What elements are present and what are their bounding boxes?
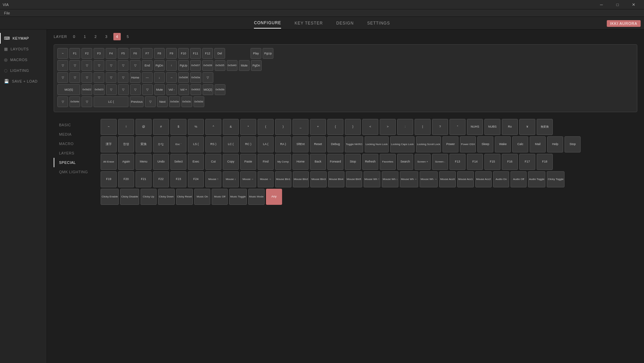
key-mo2[interactable]: MO(2): [203, 84, 213, 95]
skey-gt[interactable]: >: [380, 119, 396, 135]
skey-mouse-wh-down[interactable]: Mouse Wh ↓: [382, 171, 398, 187]
skey-clicky-up[interactable]: Clicky Up: [141, 189, 157, 205]
key-5d22[interactable]: 0x5d22: [82, 84, 92, 95]
key-r3-2[interactable]: ▽: [69, 72, 80, 83]
skey-sftent[interactable]: SftEnt: [292, 136, 309, 152]
key-play[interactable]: Play: [251, 48, 261, 59]
skey-quote[interactable]: ": [449, 119, 466, 135]
key-r3-5[interactable]: ▽: [106, 72, 116, 83]
skey-any[interactable]: Any: [266, 189, 282, 205]
skey-lt[interactable]: <: [362, 119, 378, 135]
key-r5-tri[interactable]: ▽: [57, 96, 68, 107]
skey-alt-erase[interactable]: Alt Erase: [101, 154, 117, 170]
key-r2-5[interactable]: ▽: [106, 60, 116, 71]
skey-clicky-toggle[interactable]: Clicky Toggle: [547, 171, 565, 187]
skey-forward[interactable]: Forward: [327, 154, 343, 170]
key-5d3d[interactable]: 0x5d3d: [194, 96, 204, 107]
layer-4[interactable]: 4: [113, 33, 121, 40]
key-r2-2[interactable]: ▽: [69, 60, 80, 71]
skey-calc[interactable]: Calc: [512, 136, 528, 152]
key-up[interactable]: ↑: [166, 60, 177, 71]
cat-basic[interactable]: BASIC: [54, 120, 101, 130]
key-pgdn-2[interactable]: PgDn: [251, 60, 262, 71]
skey-clicky-disable[interactable]: Clicky Disable: [120, 189, 139, 205]
key-f9[interactable]: F9: [166, 48, 177, 59]
sidebar-item-save[interactable]: 💾 SAVE + LOAD: [0, 76, 47, 87]
skey-mouse-wh-right[interactable]: Mouse Wh →: [420, 171, 438, 187]
key-r4-tri2[interactable]: ▽: [118, 84, 129, 95]
skey-audio-toggle[interactable]: Audio Toggle: [528, 171, 545, 187]
skey-sleep[interactable]: Sleep: [477, 136, 493, 152]
key-f5[interactable]: F5: [118, 48, 128, 59]
skey-rparen[interactable]: ): [275, 119, 291, 135]
key-5d23[interactable]: 0x5d23: [94, 84, 104, 95]
skey-power-osx[interactable]: Power OSX: [460, 136, 476, 152]
skey-mouse-wh-up[interactable]: Mouse Wh ↑: [364, 171, 380, 187]
key-r2-3[interactable]: ▽: [82, 60, 92, 71]
skey-paste[interactable]: Paste: [240, 154, 256, 170]
layer-3[interactable]: 3: [103, 33, 110, 40]
skey-f13[interactable]: F13: [449, 154, 466, 170]
skey-mouse-right[interactable]: Mouse →: [258, 171, 274, 187]
skey-muhenkan[interactable]: 無変換: [537, 119, 553, 135]
key-down[interactable]: ↓: [154, 72, 165, 83]
skey-pct[interactable]: %: [188, 119, 204, 135]
skey-wake[interactable]: Wake: [495, 136, 511, 152]
key-f11[interactable]: F11: [190, 48, 201, 59]
minimize-button[interactable]: ─: [594, 0, 609, 9]
skey-again[interactable]: Again: [118, 154, 134, 170]
key-f1[interactable]: F1: [69, 48, 80, 59]
skey-star[interactable]: *: [240, 119, 256, 135]
skey-copy[interactable]: Copy: [223, 154, 239, 170]
close-button[interactable]: ✕: [626, 0, 641, 9]
skey-amp[interactable]: &: [223, 119, 239, 135]
key-f4[interactable]: F4: [106, 48, 116, 59]
skey-la[interactable]: LA (: [258, 136, 274, 152]
skey-refresh[interactable]: Refresh: [362, 154, 378, 170]
key-r2-6[interactable]: ▽: [118, 60, 128, 71]
skey-mouse-acc2[interactable]: Mouse Acc2: [475, 171, 492, 187]
key-f7[interactable]: F7: [142, 48, 153, 59]
skey-under[interactable]: _: [292, 119, 309, 135]
skey-favorites[interactable]: Favorites: [380, 154, 396, 170]
key-5d35[interactable]: 0x5d35: [215, 60, 225, 71]
skey-lbrace[interactable]: {: [327, 119, 343, 135]
key-previous[interactable]: Previous: [130, 96, 144, 107]
skey-hangul[interactable]: 한영: [118, 136, 134, 152]
skey-toggle-nkro[interactable]: Toggle NKRO: [345, 136, 363, 152]
skey-screen-minus[interactable]: Screen -: [432, 154, 448, 170]
skey-mouse-btn1[interactable]: Mouse Btn1: [275, 171, 291, 187]
key-r3-4[interactable]: ▽: [94, 72, 104, 83]
skey-clicky-down[interactable]: Clicky Down: [158, 189, 175, 205]
skey-lock-caps[interactable]: Locking Caps Lock: [390, 136, 415, 152]
key-f6[interactable]: F6: [130, 48, 141, 59]
skey-rbrace[interactable]: }: [345, 119, 361, 135]
key-5d3c[interactable]: 0x5d3c: [181, 96, 192, 107]
key-5d38[interactable]: 0x5d38: [178, 72, 189, 83]
key-5d4e[interactable]: 0x5d4e: [69, 96, 80, 107]
skey-rs[interactable]: RS ): [205, 136, 221, 152]
skey-power[interactable]: Power: [442, 136, 459, 152]
key-pgdn-1[interactable]: PgDn: [154, 60, 165, 71]
skey-rc[interactable]: RC ): [240, 136, 256, 152]
skey-debug[interactable]: Debug: [327, 136, 343, 152]
key-r4-tri1[interactable]: ▽: [106, 84, 117, 95]
key-pgup-2[interactable]: PgUp: [178, 60, 189, 71]
skey-nubs[interactable]: NUBS: [484, 119, 500, 135]
skey-music-mode[interactable]: Music Mode: [248, 189, 265, 205]
key-5d40[interactable]: 0x5d40: [227, 60, 237, 71]
sidebar-item-layouts[interactable]: ▦ LAYOUTS: [0, 44, 47, 54]
skey-undo[interactable]: Undo: [153, 154, 169, 170]
skey-audio-off[interactable]: Audio Off: [511, 171, 527, 187]
skey-back[interactable]: Back: [310, 154, 326, 170]
skey-plus[interactable]: +: [310, 119, 326, 135]
cat-media[interactable]: MEDIA: [54, 130, 101, 139]
key-r3-6[interactable]: ▽: [118, 72, 128, 83]
skey-my-comp[interactable]: My Comp: [275, 154, 291, 170]
skey-esc-tick[interactable]: Esc `: [170, 136, 186, 152]
skey-lock-scroll[interactable]: Locking Scroll Lock: [416, 136, 441, 152]
key-r5-tri2[interactable]: ▽: [82, 96, 92, 107]
skey-f22[interactable]: F22: [153, 171, 169, 187]
key-f3[interactable]: F3: [94, 48, 104, 59]
key-home[interactable]: Home: [130, 72, 141, 83]
